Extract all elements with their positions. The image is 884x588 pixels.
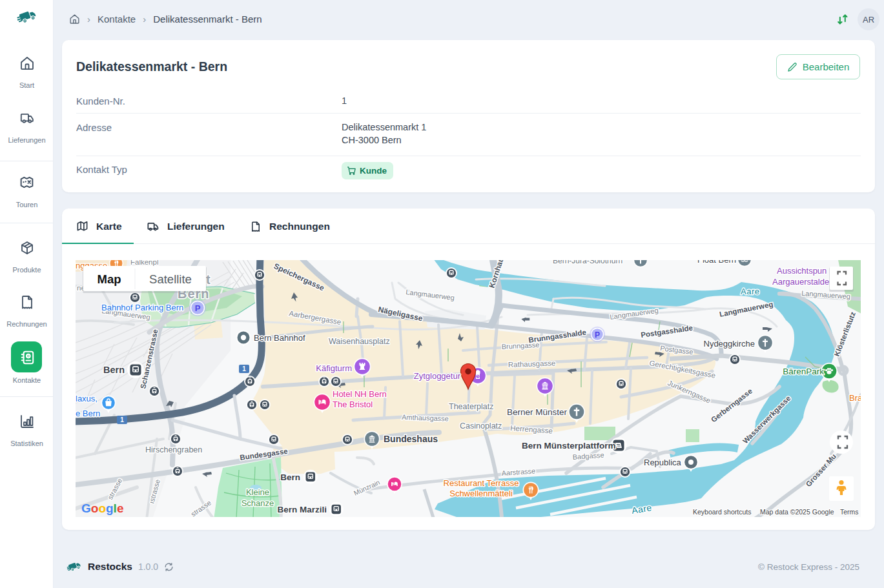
svg-text:Bern: Bern [280, 472, 300, 482]
svg-text:Falkenpl: Falkenpl [130, 260, 158, 266]
svg-text:1: 1 [120, 416, 124, 423]
svg-text:Bern: Bern [103, 365, 125, 375]
svg-text:Käfigturm: Käfigturm [316, 363, 352, 373]
svg-text:Map: Map [98, 272, 121, 286]
svg-text:Hotel NH Bern: Hotel NH Bern [333, 389, 387, 399]
svg-text:Bern Marzili: Bern Marzili [277, 505, 327, 514]
svg-text:Bundeshaus: Bundeshaus [384, 434, 438, 444]
svg-text:Amthausgasse: Amthausgasse [402, 413, 449, 423]
svg-text:Bahnhof Parking Bern: Bahnhof Parking Bern [101, 303, 183, 312]
svg-text:Terms: Terms [840, 508, 859, 516]
svg-text:Aussichtspun: Aussichtspun [777, 266, 827, 276]
svg-text:Berner Münster: Berner Münster [507, 407, 568, 417]
svg-text:Satellite: Satellite [149, 272, 192, 286]
svg-text:P: P [595, 330, 600, 340]
svg-text:Bern-Jura-Solothurn: Bern-Jura-Solothurn [553, 260, 622, 265]
svg-text:1: 1 [242, 365, 246, 372]
svg-text:Aargauerstalden: Aargauerstalden [772, 277, 834, 287]
svg-text:Bern Münsterplattform: Bern Münsterplattform [522, 441, 616, 451]
svg-text:Republica: Republica [644, 458, 682, 467]
svg-text:Theaterplatz: Theaterplatz [449, 402, 493, 411]
svg-text:Nydeggkirche: Nydeggkirche [704, 339, 756, 349]
svg-text:Casinoplatz: Casinoplatz [460, 421, 502, 431]
svg-text:Google: Google [81, 502, 123, 515]
svg-text:Restaurant Terrasse: Restaurant Terrasse [444, 478, 519, 488]
svg-text:Map data ©2025 Google: Map data ©2025 Google [760, 508, 834, 516]
svg-text:Kleine: Kleine [246, 487, 269, 497]
svg-text:P: P [195, 303, 201, 313]
svg-text:Schanze: Schanze [242, 498, 274, 508]
svg-text:Zytgloggetur: Zytgloggetur [414, 371, 461, 381]
svg-text:BärenPark: BärenPark [783, 367, 824, 376]
svg-text:Hirschengraben: Hirschengraben [145, 445, 202, 454]
svg-text:Bern Bahnhof: Bern Bahnhof [254, 333, 305, 343]
svg-text:The Bristol: The Bristol [333, 400, 373, 409]
svg-text:laxus,: laxus, [76, 394, 98, 403]
svg-text:Schwellenmätteli: Schwellenmätteli [449, 489, 513, 498]
svg-text:e Bern: e Bern [76, 409, 100, 418]
svg-text:Float Bern: Float Bern [697, 260, 736, 265]
svg-text:Bras: Bras [849, 393, 861, 403]
svg-text:Rathausgasse: Rathausgasse [508, 359, 556, 369]
svg-text:Aare: Aare [741, 287, 759, 296]
svg-text:Waisenhausplatz: Waisenhausplatz [329, 337, 390, 346]
svg-text:Keyboard shortcuts: Keyboard shortcuts [693, 508, 751, 516]
